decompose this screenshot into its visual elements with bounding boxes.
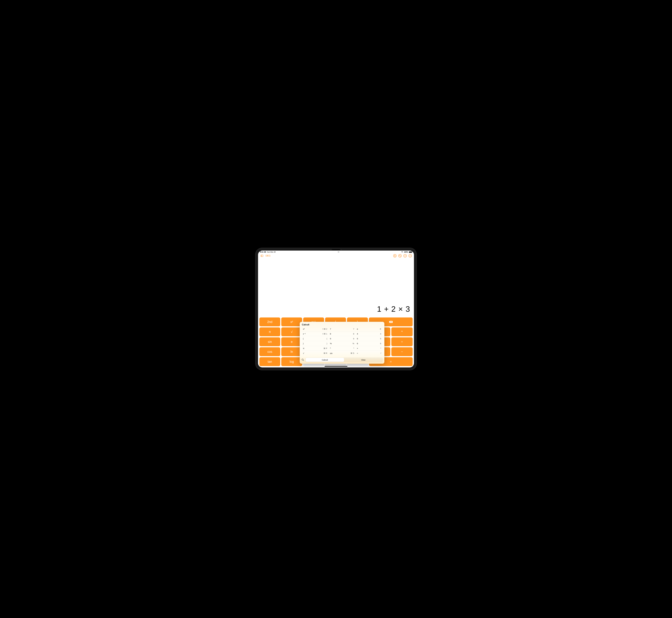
svg-point-5 xyxy=(410,255,410,256)
status-bar: 9:41 AM Sun Dec 29 ••• 100% xyxy=(258,250,414,253)
shortcut-row[interactable]: eE xyxy=(356,327,383,331)
shortcut-keys: 8 xyxy=(353,333,354,335)
popover-segmented-control[interactable]: Calculi View xyxy=(305,357,383,362)
convert-button[interactable] xyxy=(398,254,402,258)
shortcut-label: x⁻¹ xyxy=(303,333,306,335)
shortcut-label: sin xyxy=(330,352,332,354)
shortcut-row[interactable]: 55 xyxy=(356,336,383,341)
key-x-squared[interactable]: x² xyxy=(281,317,302,326)
key-cos[interactable]: cos xyxy=(259,347,280,356)
shortcut-label: 5 xyxy=(357,337,358,340)
shortcut-label: ( xyxy=(303,337,304,340)
key-divide[interactable]: ÷ xyxy=(391,337,413,346)
key-sqrt[interactable]: √ xyxy=(281,327,302,336)
key-minus[interactable]: − xyxy=(391,347,413,356)
shortcut-row[interactable]: ×* xyxy=(356,346,383,351)
svg-point-0 xyxy=(402,252,402,252)
home-indicator[interactable] xyxy=(324,366,348,367)
shortcut-columns: x²⇧⌘ 2x⁻¹⇧⌘ 1(())π⌘ P√⌘ R 778899%%^^sin⌘… xyxy=(300,327,384,356)
segment-view[interactable]: View xyxy=(344,358,383,362)
shortcut-keys: 5 xyxy=(380,338,381,340)
sidebar-toggle-icon[interactable] xyxy=(260,254,264,258)
shortcut-row[interactable]: ^^ xyxy=(328,346,356,351)
key-tan[interactable]: tan xyxy=(259,357,280,366)
shortcut-keys: 6 xyxy=(380,342,381,344)
key-ln[interactable]: ln xyxy=(281,347,302,356)
status-time: 9:41 AM xyxy=(260,251,266,253)
shortcut-label: ^ xyxy=(330,347,331,349)
shortcut-keys: * xyxy=(380,347,381,349)
key-2nd[interactable]: 2nd xyxy=(259,317,280,326)
calculator-display: 1 + 2 × 3 xyxy=(258,258,414,317)
svg-line-9 xyxy=(303,360,304,361)
svg-point-8 xyxy=(302,359,303,360)
segment-calculi[interactable]: Calculi xyxy=(306,358,344,362)
shortcut-keys: / xyxy=(381,352,381,354)
shortcut-row[interactable]: x²⇧⌘ 2 xyxy=(302,327,328,331)
battery-icon xyxy=(409,251,412,253)
shortcut-row[interactable]: %% xyxy=(328,341,356,346)
keypad-area: 2nd x² x⁻¹ ( ) π √ 7 8 9 xyxy=(258,317,414,368)
shortcut-label: e xyxy=(357,328,358,330)
shortcut-keys: 9 xyxy=(353,338,354,340)
shortcut-keys: E xyxy=(380,328,381,330)
key-log[interactable]: log xyxy=(281,357,302,366)
shortcut-row[interactable]: ÷/ xyxy=(356,351,383,355)
shortcut-row[interactable]: 88 xyxy=(328,331,356,336)
shortcut-label: 9 xyxy=(330,337,331,340)
wifi-icon xyxy=(401,251,403,253)
shortcut-keys: ⇧⌘ 1 xyxy=(322,333,327,335)
shortcut-keys: ) xyxy=(326,342,327,344)
shortcut-row[interactable]: 44 xyxy=(356,331,383,336)
key-e[interactable]: e xyxy=(281,337,302,346)
shortcut-label: % xyxy=(330,342,332,344)
key-power[interactable]: ^ xyxy=(391,327,413,336)
key-sin[interactable]: sin xyxy=(259,337,280,346)
shortcut-label: 8 xyxy=(330,333,331,335)
expression-text[interactable]: 1 + 2 × 3 xyxy=(377,304,410,313)
shortcut-label: π xyxy=(303,347,304,349)
app-toolbar: DEG $ xyxy=(258,253,414,258)
shortcut-keys: ⌘ R xyxy=(323,352,327,354)
shortcut-row[interactable]: 99 xyxy=(328,336,356,341)
shortcut-keys: ⇧⌘ 2 xyxy=(322,328,327,330)
shortcut-keys: ^ xyxy=(353,347,354,349)
popover-title: Calculi xyxy=(300,322,384,327)
angle-mode-label[interactable]: DEG xyxy=(266,254,271,257)
shortcut-row[interactable]: x⁻¹⇧⌘ 1 xyxy=(302,331,328,336)
shortcut-label: × xyxy=(357,347,358,349)
shortcut-row[interactable]: 77 xyxy=(328,327,356,331)
add-button[interactable] xyxy=(403,254,407,258)
battery-percent: 100% xyxy=(404,251,408,253)
currency-button[interactable]: $ xyxy=(393,254,396,258)
shortcut-keys: 4 xyxy=(380,333,381,335)
search-icon[interactable] xyxy=(301,358,304,361)
shortcut-keys: % xyxy=(353,342,354,344)
shortcut-row[interactable]: π⌘ P xyxy=(302,346,328,351)
screen: 9:41 AM Sun Dec 29 ••• 100% xyxy=(258,250,414,368)
settings-button[interactable] xyxy=(408,254,412,258)
status-date: Sun Dec 29 xyxy=(267,251,276,253)
shortcut-label: ) xyxy=(303,342,304,344)
shortcut-label: 6 xyxy=(357,342,358,344)
shortcut-keys: ⌘ S xyxy=(351,352,354,354)
camera-notch xyxy=(326,249,346,250)
shortcut-row[interactable]: 66 xyxy=(356,341,383,346)
shortcut-row[interactable]: )) xyxy=(302,341,328,346)
shortcut-row[interactable]: sin⌘ S xyxy=(328,351,356,355)
shortcut-label: 7 xyxy=(330,328,331,330)
key-pi[interactable]: π xyxy=(259,327,280,336)
shortcut-keys: ⌘ P xyxy=(323,347,327,349)
shortcut-row[interactable]: √⌘ R xyxy=(302,351,328,355)
shortcuts-popover: Calculi x²⇧⌘ 2x⁻¹⇧⌘ 1(())π⌘ P√⌘ R 778899… xyxy=(300,322,384,364)
shortcut-keys: ( xyxy=(326,338,327,340)
shortcut-keys: 7 xyxy=(353,328,354,330)
multitask-dots[interactable]: ••• xyxy=(338,251,339,253)
shortcut-label: x² xyxy=(303,328,305,330)
shortcut-label: ÷ xyxy=(357,352,358,354)
shortcut-label: 4 xyxy=(357,333,358,335)
shortcut-row[interactable]: (( xyxy=(302,336,328,341)
shortcut-label: √ xyxy=(303,352,304,354)
device-frame: 9:41 AM Sun Dec 29 ••• 100% xyxy=(253,245,419,373)
svg-rect-1 xyxy=(261,255,263,257)
